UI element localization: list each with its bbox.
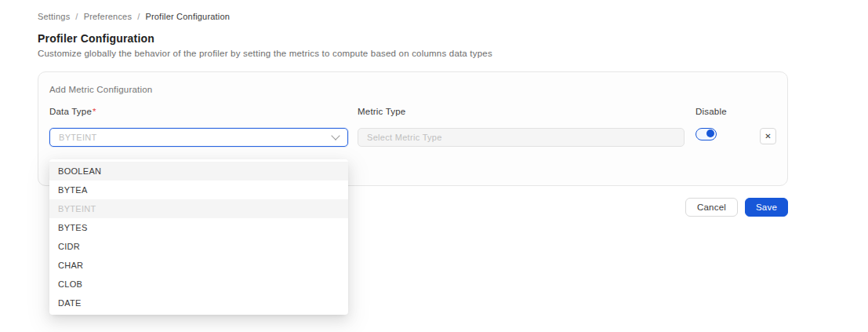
data-type-select-value: BYTEINT <box>59 133 97 142</box>
dropdown-option-char[interactable]: CHAR <box>49 256 348 275</box>
dropdown-option-date[interactable]: DATE <box>49 294 348 312</box>
page-subtitle: Customize globally the behavior of the p… <box>38 49 788 58</box>
card-title: Add Metric Configuration <box>49 85 776 94</box>
data-type-field: Data Type* BYTEINT BOOLEAN BYTEA BYTEINT… <box>49 107 348 147</box>
breadcrumb: Settings / Preferences / Profiler Config… <box>38 0 788 21</box>
dropdown-option-clob[interactable]: CLOB <box>49 275 348 294</box>
metric-type-placeholder: Select Metric Type <box>367 133 442 142</box>
metric-type-select[interactable]: Select Metric Type <box>358 128 685 147</box>
remove-row-column: ✕ <box>760 128 776 144</box>
breadcrumb-item-preferences[interactable]: Preferences <box>84 12 133 21</box>
remove-row-button[interactable]: ✕ <box>760 128 776 144</box>
dropdown-option-bytes[interactable]: BYTES <box>49 218 348 237</box>
breadcrumb-separator: / <box>75 12 78 21</box>
data-type-select[interactable]: BYTEINT <box>49 128 348 147</box>
metric-config-row: Data Type* BYTEINT BOOLEAN BYTEA BYTEINT… <box>49 107 776 147</box>
required-asterisk: * <box>93 107 96 116</box>
disable-field: Disable <box>695 107 760 140</box>
data-type-label-text: Data Type <box>49 107 92 116</box>
data-type-dropdown: BOOLEAN BYTEA BYTEINT BYTES CIDR CHAR CL… <box>49 159 348 315</box>
page-content: Settings / Preferences / Profiler Config… <box>38 0 788 217</box>
breadcrumb-separator: / <box>137 12 140 21</box>
metric-configuration-card: Add Metric Configuration Data Type* BYTE… <box>38 71 788 186</box>
close-icon: ✕ <box>764 132 771 140</box>
cancel-button[interactable]: Cancel <box>685 198 738 217</box>
toggle-knob <box>706 130 714 137</box>
chevron-down-icon <box>331 131 340 140</box>
dropdown-option-bytea[interactable]: BYTEA <box>49 181 348 199</box>
dropdown-option-cidr[interactable]: CIDR <box>49 237 348 256</box>
dropdown-option-boolean[interactable]: BOOLEAN <box>49 162 348 181</box>
disable-toggle[interactable] <box>695 128 717 140</box>
save-button[interactable]: Save <box>745 198 788 217</box>
disable-label: Disable <box>695 107 760 116</box>
breadcrumb-item-profiler-configuration: Profiler Configuration <box>145 12 230 21</box>
breadcrumb-item-settings[interactable]: Settings <box>38 12 70 21</box>
page-title: Profiler Configuration <box>38 32 788 45</box>
dropdown-option-byteint[interactable]: BYTEINT <box>49 199 348 218</box>
metric-type-field: Metric Type Select Metric Type <box>358 107 685 147</box>
metric-type-label: Metric Type <box>358 107 685 116</box>
data-type-label: Data Type* <box>49 107 348 116</box>
